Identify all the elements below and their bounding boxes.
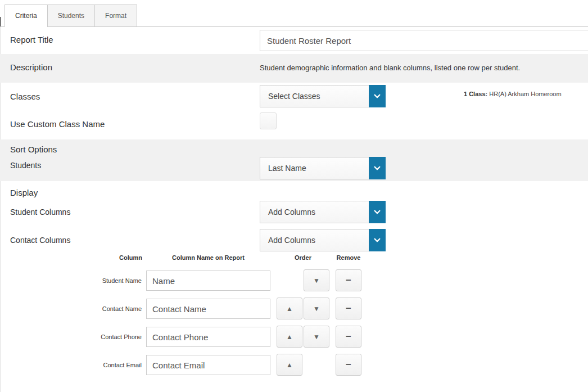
column-row-label: Contact Name <box>51 298 142 320</box>
chevron-down-icon <box>369 157 386 179</box>
selected-classes-count: 1 Class: <box>464 91 487 97</box>
column-row-label: Contact Phone <box>51 326 142 348</box>
remove-column-button[interactable]: − <box>336 354 361 376</box>
column-row-contact-name: Contact Name ▲ ▼ − <box>0 298 588 320</box>
contact-columns-dropdown[interactable]: Add Columns <box>260 229 386 251</box>
tab-format[interactable]: Format <box>94 4 137 27</box>
sort-options-heading: Sort Options <box>10 145 57 154</box>
select-classes-dropdown-value: Select Classes <box>268 85 320 107</box>
chevron-down-icon <box>369 201 386 223</box>
down-arrow-icon: ▼ <box>313 333 320 341</box>
move-up-button[interactable]: ▲ <box>277 354 302 376</box>
columns-table-header: Column Column Name on Report Order Remov… <box>0 254 588 263</box>
column-name-input[interactable] <box>146 299 270 319</box>
tab-criteria[interactable]: Criteria <box>4 4 48 27</box>
classes-label: Classes <box>10 92 40 101</box>
classes-row: Classes Select Classes 1 Class: HR(A) Ar… <box>0 83 588 112</box>
tab-bar: Criteria Students Format <box>4 4 137 27</box>
up-arrow-icon: ▲ <box>286 305 293 313</box>
use-custom-class-name-checkbox[interactable] <box>260 112 277 129</box>
description-text: Student demographic information and blan… <box>260 64 520 72</box>
sort-options-section: Sort Options Students Last Name <box>0 139 588 181</box>
minus-icon: − <box>346 303 351 314</box>
minus-icon: − <box>346 331 351 343</box>
column-name-input[interactable] <box>146 327 270 347</box>
minus-icon: − <box>346 275 351 286</box>
remove-header: Remove <box>336 254 361 261</box>
column-header: Column <box>84 254 142 261</box>
move-down-button[interactable]: ▼ <box>304 326 329 348</box>
contact-columns-label: Contact Columns <box>10 236 70 245</box>
contact-columns-row: Contact Columns Add Columns <box>0 229 588 257</box>
sort-students-dropdown[interactable]: Last Name <box>260 157 386 179</box>
description-row: Description Student demographic informat… <box>0 54 588 83</box>
student-columns-dropdown[interactable]: Add Columns <box>260 201 386 223</box>
sort-students-dropdown-value: Last Name <box>268 157 306 179</box>
remove-column-button[interactable]: − <box>336 269 361 291</box>
column-row-label: Contact Email <box>51 354 142 376</box>
display-heading: Display <box>10 188 38 197</box>
column-row-contact-email: Contact Email ▲ − <box>0 354 588 376</box>
move-up-button[interactable]: ▲ <box>277 298 302 319</box>
selected-classes-names: HR(A) Arkham Homeroom <box>487 91 561 97</box>
order-header: Order <box>277 254 329 261</box>
column-name-input[interactable] <box>146 271 270 291</box>
contact-columns-dropdown-value: Add Columns <box>268 229 315 251</box>
report-title-row: Report Title <box>0 26 588 54</box>
tab-students[interactable]: Students <box>47 4 95 27</box>
up-arrow-icon: ▲ <box>286 361 293 369</box>
report-title-input[interactable] <box>260 30 588 51</box>
student-columns-dropdown-value: Add Columns <box>268 201 315 223</box>
column-row-label: Student Name <box>51 269 142 292</box>
window-edge-mark <box>0 17 1 26</box>
use-custom-class-name-row: Use Custom Class Name <box>0 112 588 139</box>
down-arrow-icon: ▼ <box>313 277 320 285</box>
column-row-contact-phone: Contact Phone ▲ ▼ − <box>0 326 588 348</box>
remove-column-button[interactable]: − <box>336 298 361 319</box>
use-custom-class-name-label: Use Custom Class Name <box>10 119 105 129</box>
up-arrow-icon: ▲ <box>286 333 293 341</box>
report-title-label: Report Title <box>10 35 53 44</box>
sort-students-label: Students <box>10 161 41 170</box>
student-columns-row: Student Columns Add Columns <box>0 201 588 229</box>
down-arrow-icon: ▼ <box>313 305 320 313</box>
move-up-button[interactable]: ▲ <box>277 326 302 348</box>
selected-classes-summary: 1 Class: HR(A) Arkham Homeroom <box>464 91 562 97</box>
minus-icon: − <box>346 359 351 371</box>
student-columns-label: Student Columns <box>10 208 70 217</box>
move-down-button[interactable]: ▼ <box>304 298 329 319</box>
move-down-button[interactable]: ▼ <box>304 269 329 291</box>
report-criteria-page: Criteria Students Format Report Title De… <box>0 0 588 392</box>
column-name-on-report-header: Column Name on Report <box>146 254 270 261</box>
column-row-student-name: Student Name ▼ − <box>0 269 588 292</box>
remove-column-button[interactable]: − <box>336 326 361 348</box>
column-name-input[interactable] <box>146 355 270 375</box>
select-classes-dropdown[interactable]: Select Classes <box>260 85 386 107</box>
description-label: Description <box>10 62 52 72</box>
chevron-down-icon <box>369 229 386 251</box>
chevron-down-icon <box>369 85 386 107</box>
